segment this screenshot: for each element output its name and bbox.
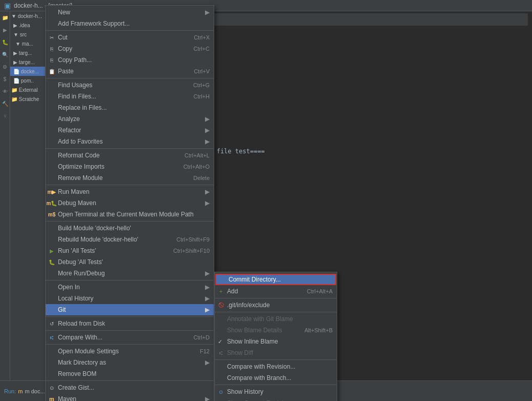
menu-label-find-usages: Find Usages [58,82,92,89]
menu-item-more-run-debug[interactable]: More Run/Debug ▶ [46,268,214,279]
menu-item-rebuild-module[interactable]: Rebuild Module 'docker-hello' Ctrl+Shift… [46,234,214,245]
divider-7 [46,316,214,317]
menu-label-paste: Paste [58,68,74,75]
sidebar-eye-icon[interactable]: 👁 [1,87,9,95]
sidebar-terminal-icon[interactable]: $ [1,75,9,83]
git-divider-4 [215,385,337,385]
menu-item-create-gist[interactable]: ⊙ Create Gist... [46,382,214,393]
menu-item-remove-bom[interactable]: Remove BOM [46,368,214,379]
divider-3 [46,148,214,149]
sidebar-project-icon[interactable]: 📁 [1,13,9,22]
run-item1[interactable]: m doc... [25,388,45,394]
menu-item-copy[interactable]: ⎘ Copy Ctrl+C [46,43,214,54]
menu-item-reformat[interactable]: Reformat Code Ctrl+Alt+L [46,150,214,161]
sidebar-build-icon[interactable]: 🔨 [1,99,9,108]
menu-item-copy-path[interactable]: ⎘ Copy Path... [46,54,214,66]
run-maven-icon: m▶ [48,188,56,196]
menu-item-show-diff[interactable]: ⑆ Show Diff [215,347,337,358]
shortcut-git-add: Ctrl+Alt+A [297,288,333,294]
menu-item-build-module[interactable]: Build Module 'docker-hello' [46,223,214,234]
arrow-icon-debug-maven: ▶ [195,199,210,207]
menu-item-new[interactable]: New ▶ [46,7,214,18]
menu-label-analyze: Analyze [58,115,80,123]
menu-item-run-maven[interactable]: m▶ Run Maven ▶ [46,186,214,197]
menu-label-open-module-settings: Open Module Settings [58,348,119,355]
menu-item-git-add[interactable]: + Add Ctrl+Alt+A [215,286,337,297]
menu-item-find-in-files[interactable]: Find in Files... Ctrl+H [46,91,214,102]
divider-2 [46,78,214,78]
menu-item-open-in[interactable]: Open In ▶ [46,282,214,293]
check-inline-blame: ✓ [218,338,222,345]
menu-label-run-all-tests: Run 'All Tests' [58,247,96,254]
shortcut-reformat: Ctrl+Alt+L [174,152,210,158]
menu-item-local-history[interactable]: Local History ▶ [46,293,214,304]
menu-item-debug-maven[interactable]: m🐛 Debug Maven ▶ [46,197,214,209]
menu-item-debug-all-tests[interactable]: 🐛 Debug 'All Tests' [46,256,214,268]
shortcut-module-settings: F12 [190,348,210,354]
menu-label-git: Git [58,306,66,313]
sidebar-search-icon[interactable]: 🔍 [1,50,9,58]
menu-label-show-diff: Show Diff [227,349,253,356]
menu-item-compare-branch[interactable]: Compare with Branch... [215,372,337,384]
menu-item-cut[interactable]: ✂ Cut Ctrl+X [46,32,214,43]
arrow-icon-new: ▶ [195,9,210,16]
menu-item-show-current-rev[interactable]: Show Current Revision [215,397,337,401]
menu-item-add-framework[interactable]: Add Framework Support... [46,18,214,29]
menu-item-optimize-imports[interactable]: Optimize Imports Ctrl+Alt+O [46,161,214,172]
shortcut-compare: Ctrl+D [183,334,210,340]
git-add-icon: + [217,287,225,295]
menu-item-replace-in-files[interactable]: Replace in Files... [46,102,214,113]
arrow-icon-favorites: ▶ [195,138,210,145]
menu-label-add-framework: Add Framework Support... [58,20,130,27]
menu-item-annotate[interactable]: Annotate with Git Blame [215,313,337,325]
debug-icon: 🐛 [48,258,56,266]
divider-6 [46,280,214,280]
copy-icon: ⎘ [48,45,56,53]
menu-item-compare[interactable]: ⑆ Compare With... Ctrl+D [46,332,214,343]
menu-item-mark-directory[interactable]: Mark Directory as ▶ [46,357,214,368]
menu-label-compare-branch: Compare with Branch... [227,374,291,382]
shortcut-find-usages: Ctrl+G [183,82,210,88]
shortcut-cut: Ctrl+X [183,34,210,41]
menu-item-git[interactable]: Git ▶ [46,304,214,315]
sidebar-gear-icon[interactable]: ⚙ [1,63,9,71]
arrow-icon-maven: ▶ [195,395,210,401]
menu-label-remove-bom: Remove BOM [58,370,96,377]
arrow-icon-open-in: ▶ [195,284,210,291]
menu-item-open-module-settings[interactable]: Open Module Settings F12 [46,346,214,357]
menu-item-show-history[interactable]: ⊙ Show History [215,386,337,397]
shortcut-run-tests: Ctrl+Shift+F10 [163,248,210,254]
menu-item-maven[interactable]: m Maven ▶ [46,393,214,401]
menu-label-annotate: Annotate with Git Blame [227,315,293,323]
sidebar-debug-icon[interactable]: 🐛 [1,38,9,46]
run-label: Run: [4,388,16,394]
menu-item-add-favorites[interactable]: Add to Favorites ▶ [46,136,214,147]
menu-label-add-favorites: Add to Favorites [58,138,103,145]
menu-item-analyze[interactable]: Analyze ▶ [46,113,214,125]
menu-item-find-usages[interactable]: Find Usages Ctrl+G [46,79,214,91]
menu-item-commit-dir[interactable]: Commit Directory... [215,274,336,285]
menu-label-debug-all-tests: Debug 'All Tests' [58,258,103,266]
sidebar-run-icon[interactable]: ▶ [1,26,9,34]
run-green-icon: ▶ [48,247,56,255]
menu-label-gitinfo: .git/info/exclude [227,302,270,309]
menu-item-open-terminal[interactable]: m$ Open Terminal at the Current Maven Mo… [46,209,214,220]
menu-item-remove-module[interactable]: Remove Module Delete [46,172,214,184]
menu-item-show-inline-blame[interactable]: ✓ Show Inline Blame [215,336,337,347]
menu-item-run-all-tests[interactable]: ▶ Run 'All Tests' Ctrl+Shift+F10 [46,245,214,256]
maven-icon: m [18,388,23,394]
menu-item-compare-revision[interactable]: Compare with Revision... [215,361,337,372]
menu-label-compare-revision: Compare with Revision... [227,363,295,370]
menu-item-reload[interactable]: ↺ Reload from Disk [46,318,214,329]
menu-item-show-blame[interactable]: Show Blame Details Alt+Shift+B [215,325,337,336]
menu-item-gitinfo[interactable]: 🚫 .git/info/exclude [215,299,337,311]
menu-item-refactor[interactable]: Refactor ▶ [46,125,214,136]
app-icon: ▣ [4,2,11,10]
divider-8 [46,330,214,331]
copy-path-icon: ⎘ [48,56,56,64]
menu-label-reformat: Reformat Code [58,152,99,159]
menu-item-paste[interactable]: 📋 Paste Ctrl+V [46,66,214,77]
menu-label-replace-in-files: Replace in Files... [58,104,107,111]
divider-5 [46,221,214,222]
sidebar-git-icon[interactable]: ⑂ [1,112,9,120]
